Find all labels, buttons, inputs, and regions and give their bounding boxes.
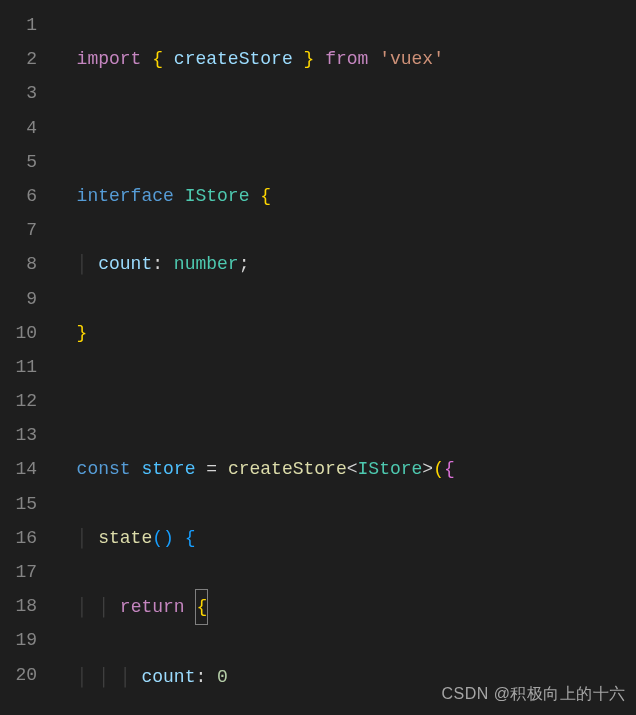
line-number: 14: [0, 452, 37, 486]
code-line[interactable]: │ state() {: [55, 521, 636, 555]
code-editor: 1 2 3 4 5 6 7 8 9 10 11 12 13 14 15 16 1…: [0, 0, 636, 715]
line-number: 5: [0, 145, 37, 179]
line-number: 3: [0, 76, 37, 110]
line-number: 12: [0, 384, 37, 418]
line-number: 11: [0, 350, 37, 384]
line-number: 6: [0, 179, 37, 213]
code-line[interactable]: import { createStore } from 'vuex': [55, 42, 636, 76]
line-number: 9: [0, 282, 37, 316]
brace-close: }: [304, 49, 315, 69]
line-number-gutter: 1 2 3 4 5 6 7 8 9 10 11 12 13 14 15 16 1…: [0, 8, 55, 715]
keyword-import: import: [77, 49, 142, 69]
type-reference: IStore: [358, 459, 423, 479]
equals: =: [206, 459, 217, 479]
brace-open: {: [152, 49, 163, 69]
paren-open: (: [152, 528, 163, 548]
type-name: number: [174, 254, 239, 274]
line-number: 8: [0, 247, 37, 281]
code-line[interactable]: │ count: number;: [55, 247, 636, 281]
identifier: createStore: [174, 49, 293, 69]
brace-close: }: [77, 323, 88, 343]
code-area[interactable]: import { createStore } from 'vuex' inter…: [55, 8, 636, 715]
property-name: count: [141, 667, 195, 687]
keyword-interface: interface: [77, 186, 174, 206]
paren-close: ): [163, 528, 174, 548]
code-line[interactable]: interface IStore {: [55, 179, 636, 213]
brace-open: {: [196, 597, 207, 617]
line-number: 1: [0, 8, 37, 42]
watermark-text: CSDN @积极向上的十六: [441, 679, 626, 709]
semicolon: ;: [239, 254, 250, 274]
line-number: 13: [0, 418, 37, 452]
brace-open: {: [185, 528, 196, 548]
property-name: count: [98, 254, 152, 274]
line-number: 7: [0, 213, 37, 247]
code-line[interactable]: │ │ return {: [55, 589, 636, 625]
line-number: 17: [0, 555, 37, 589]
brace-open: {: [444, 459, 455, 479]
paren-open: (: [433, 459, 444, 479]
line-number: 18: [0, 589, 37, 623]
code-line[interactable]: const store = createStore<IStore>({: [55, 452, 636, 486]
method-name: state: [98, 528, 152, 548]
brace-open: {: [260, 186, 271, 206]
number-literal: 0: [217, 667, 228, 687]
code-line[interactable]: }: [55, 316, 636, 350]
line-number: 15: [0, 487, 37, 521]
line-number: 16: [0, 521, 37, 555]
line-number: 10: [0, 316, 37, 350]
line-number: 2: [0, 42, 37, 76]
code-line[interactable]: [55, 384, 636, 418]
line-number: 20: [0, 658, 37, 692]
angle-close: >: [422, 459, 433, 479]
string-literal: 'vuex': [379, 49, 444, 69]
line-number: 4: [0, 111, 37, 145]
colon: :: [195, 667, 206, 687]
keyword-from: from: [325, 49, 368, 69]
bracket-match-icon: {: [195, 589, 208, 625]
variable-name: store: [141, 459, 195, 479]
keyword-return: return: [120, 597, 185, 617]
code-line[interactable]: [55, 111, 636, 145]
colon: :: [152, 254, 163, 274]
line-number: 19: [0, 623, 37, 657]
angle-open: <: [347, 459, 358, 479]
type-name: IStore: [185, 186, 250, 206]
keyword-const: const: [77, 459, 131, 479]
function-call: createStore: [228, 459, 347, 479]
